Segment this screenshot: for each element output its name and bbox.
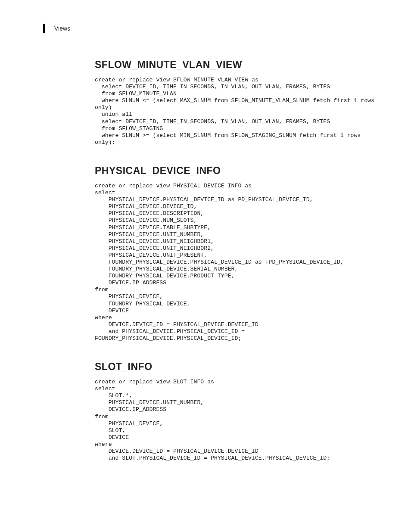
running-header-label: Views xyxy=(54,25,70,32)
code-block-sflow-minute-vlan-view: create or replace view SFLOW_MINUTE_VLAN… xyxy=(95,77,377,146)
page: Views SFLOW_MINUTE_VLAN_VIEW create or r… xyxy=(0,0,411,532)
code-block-slot-info: create or replace view SLOT_INFO as sele… xyxy=(95,379,377,462)
page-content: SFLOW_MINUTE_VLAN_VIEW create or replace… xyxy=(95,59,377,462)
header-divider-icon xyxy=(43,24,45,33)
section-title-slot-info: SLOT_INFO xyxy=(95,361,377,373)
running-header: Views xyxy=(43,24,377,33)
section-title-sflow-minute-vlan-view: SFLOW_MINUTE_VLAN_VIEW xyxy=(95,59,377,71)
code-block-physical-device-info: create or replace view PHYSICAL_DEVICE_I… xyxy=(95,183,377,342)
section-title-physical-device-info: PHYSICAL_DEVICE_INFO xyxy=(95,165,377,177)
